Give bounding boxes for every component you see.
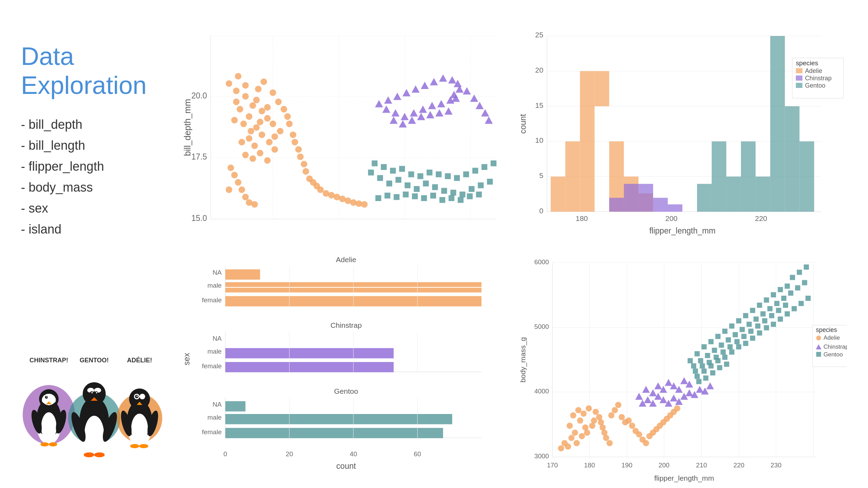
svg-rect-193 (449, 195, 455, 201)
svg-rect-194 (458, 197, 464, 203)
svg-rect-409 (781, 296, 786, 301)
svg-rect-187 (394, 194, 399, 200)
svg-text:CHINSTRAP!: CHINSTRAP! (30, 357, 68, 364)
svg-rect-435 (729, 349, 734, 355)
scatter-chart-body-mass: 3000 4000 5000 6000 body_mass_g 170 180 … (518, 249, 847, 488)
svg-rect-165 (441, 188, 447, 194)
svg-text:170: 170 (547, 461, 558, 469)
svg-rect-233 (770, 36, 785, 212)
svg-point-319 (579, 433, 585, 439)
svg-point-37 (140, 394, 145, 399)
svg-rect-384 (709, 339, 714, 345)
svg-text:4000: 4000 (534, 388, 549, 395)
svg-text:220: 220 (755, 214, 767, 222)
svg-rect-186 (384, 193, 390, 199)
svg-point-66 (259, 108, 265, 114)
svg-text:male: male (207, 414, 222, 421)
svg-rect-173 (390, 168, 396, 174)
svg-rect-386 (722, 329, 727, 334)
svg-rect-262 (225, 362, 394, 372)
svg-rect-431 (702, 369, 707, 374)
svg-point-43 (130, 444, 139, 448)
svg-rect-429 (804, 265, 809, 270)
svg-rect-224 (624, 184, 638, 212)
svg-rect-229 (712, 141, 726, 212)
svg-rect-261 (225, 348, 394, 358)
svg-point-332 (603, 435, 609, 441)
svg-rect-405 (754, 317, 759, 322)
svg-text:40: 40 (350, 450, 357, 458)
svg-point-313 (567, 423, 573, 429)
svg-point-75 (239, 139, 245, 146)
svg-rect-216 (551, 177, 565, 212)
svg-rect-226 (653, 198, 668, 212)
svg-point-345 (643, 440, 649, 446)
svg-rect-420 (741, 334, 747, 339)
svg-rect-411 (795, 286, 800, 291)
svg-point-5 (41, 412, 57, 442)
svg-text:Adelie: Adelie (823, 335, 840, 341)
svg-point-315 (577, 417, 583, 424)
feature-bill-length: - bill_length (21, 138, 167, 153)
svg-text:Chinstrap: Chinstrap (330, 321, 362, 330)
svg-point-18 (84, 416, 104, 452)
svg-point-355 (558, 445, 564, 452)
svg-rect-430 (695, 374, 700, 379)
svg-rect-419 (734, 339, 740, 345)
svg-rect-227 (668, 204, 682, 212)
svg-rect-432 (709, 363, 714, 369)
svg-rect-183 (481, 164, 487, 170)
svg-point-34 (131, 414, 148, 444)
svg-point-78 (259, 132, 265, 138)
svg-rect-445 (799, 301, 804, 306)
penguin-illustration: CHINSTRAP! (21, 345, 167, 467)
svg-point-103 (302, 168, 309, 175)
svg-point-120 (242, 194, 249, 200)
svg-point-85 (264, 157, 271, 164)
svg-text:species: species (796, 59, 818, 67)
svg-rect-231 (741, 141, 756, 212)
svg-rect-383 (702, 344, 707, 349)
svg-rect-175 (408, 171, 414, 177)
svg-point-336 (612, 407, 618, 413)
svg-text:male: male (207, 348, 222, 355)
svg-point-99 (292, 139, 298, 146)
svg-rect-270 (225, 414, 452, 424)
svg-text:species: species (816, 327, 837, 334)
svg-rect-446 (806, 296, 811, 301)
svg-rect-218 (580, 71, 594, 212)
svg-point-340 (626, 417, 632, 424)
svg-point-90 (242, 82, 249, 89)
histogram-flipper: 0 5 10 15 20 25 count 180 200 220 flippe… (518, 28, 847, 242)
svg-rect-448 (703, 376, 709, 381)
svg-point-95 (280, 106, 287, 112)
svg-text:190: 190 (621, 461, 632, 469)
svg-rect-443 (785, 311, 790, 317)
svg-rect-167 (459, 192, 465, 198)
svg-rect-178 (436, 171, 442, 177)
svg-rect-423 (762, 318, 768, 324)
svg-point-19 (83, 382, 106, 405)
svg-point-86 (271, 146, 278, 153)
svg-text:NA: NA (212, 401, 222, 408)
svg-rect-450 (717, 365, 722, 370)
svg-point-122 (251, 201, 258, 208)
svg-point-67 (264, 104, 271, 111)
svg-rect-414 (700, 363, 705, 369)
svg-rect-385 (715, 334, 720, 339)
svg-point-79 (266, 139, 272, 146)
svg-rect-421 (748, 329, 754, 334)
svg-rect-399 (712, 348, 717, 353)
feature-list: - bill_depth - bill_length - flipper_len… (21, 117, 167, 243)
svg-text:Adelie: Adelie (336, 256, 356, 264)
svg-point-76 (246, 135, 253, 142)
svg-rect-418 (727, 344, 733, 349)
svg-text:17.5: 17.5 (192, 152, 207, 161)
svg-rect-219 (594, 71, 609, 106)
svg-rect-390 (750, 308, 755, 313)
svg-text:25: 25 (535, 31, 543, 39)
svg-point-356 (561, 440, 568, 446)
svg-point-119 (239, 186, 245, 193)
svg-point-92 (261, 79, 267, 85)
svg-point-62 (237, 106, 243, 112)
